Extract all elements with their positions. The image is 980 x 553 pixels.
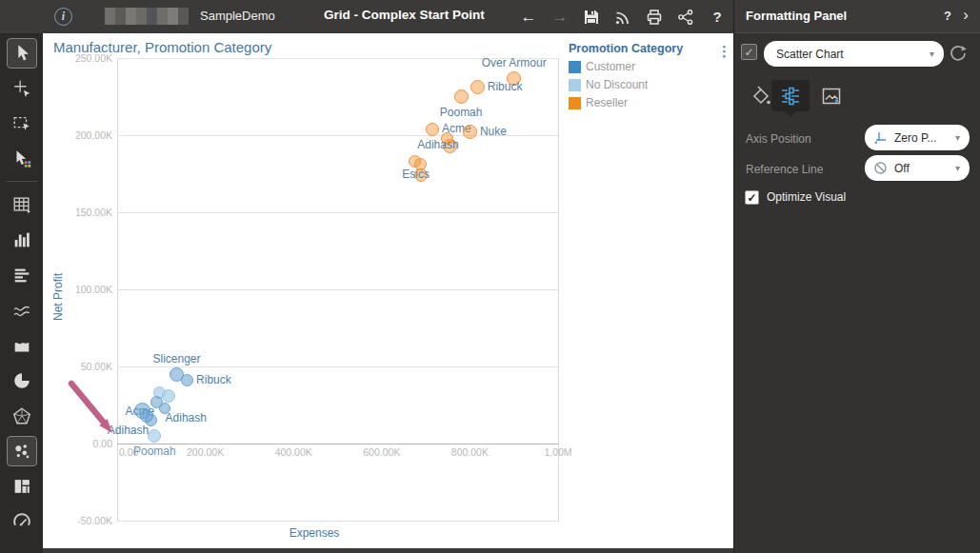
share-icon[interactable] xyxy=(676,8,695,26)
data-point-label: Ribuck xyxy=(488,80,523,93)
chart-type-checkbox[interactable]: ✓ xyxy=(741,44,757,60)
chevron-down-icon: ▾ xyxy=(955,163,960,173)
back-icon[interactable]: ← xyxy=(519,9,538,25)
redacted-block xyxy=(115,8,126,25)
item-toolbox-sidebar xyxy=(0,33,43,553)
x-tick-label: 1.00M xyxy=(544,446,571,458)
line-chart-item[interactable] xyxy=(0,292,43,327)
reset-icon[interactable] xyxy=(950,45,967,62)
treemap-item[interactable] xyxy=(0,468,43,504)
chevron-down-icon: ▾ xyxy=(930,49,934,59)
legend-label: No Discount xyxy=(586,78,648,91)
data-point-reseller[interactable] xyxy=(463,125,477,139)
grid-item-icon xyxy=(7,189,37,220)
formatting-panel-title: Formatting Panel xyxy=(746,9,847,23)
axis-position-label: Axis Position xyxy=(746,132,811,146)
legend-item: Reseller xyxy=(569,96,735,109)
y-tick-label: 150.00K xyxy=(43,207,112,218)
workspace-name: SampleDemo xyxy=(200,9,275,23)
hbar-chart-item-icon xyxy=(7,260,37,290)
app-window: i SampleDemo Grid - Complex Start Point … xyxy=(0,0,980,553)
legend-item: Customer xyxy=(569,60,735,73)
dashboard-title: Grid - Complex Start Point xyxy=(324,8,485,22)
marquee-select-tool[interactable] xyxy=(0,106,43,141)
data-point-reseller[interactable] xyxy=(470,80,485,94)
axis-position-dropdown[interactable]: Zero P... ▾ xyxy=(865,125,970,150)
forward-icon[interactable]: → xyxy=(550,9,570,25)
pointer-tool[interactable] xyxy=(0,35,43,70)
scatter-plot: 250.00K200.00K150.00K100.00K50.00K0.00-5… xyxy=(43,33,733,548)
reference-line-dropdown[interactable]: Off ▾ xyxy=(865,155,970,181)
data-point-label: Poomah xyxy=(133,444,176,458)
radar-chart-item[interactable] xyxy=(0,398,43,433)
pie-chart-item-icon xyxy=(7,365,37,396)
redacted-block xyxy=(157,8,168,25)
legend-label: Customer xyxy=(586,60,635,73)
multi-select-tool[interactable] xyxy=(0,141,43,176)
optimize-visual-checkbox[interactable]: ✓ xyxy=(745,190,759,205)
data-point-label: Slicenger xyxy=(152,352,200,365)
legend-swatch xyxy=(569,79,581,91)
data-point-reseller[interactable] xyxy=(426,123,439,136)
gridline xyxy=(117,289,558,290)
annotation-arrow xyxy=(62,376,129,444)
gauge-item-icon xyxy=(7,506,37,537)
data-point-label: Adihash xyxy=(417,138,458,151)
scatter-chart-item[interactable] xyxy=(0,433,43,468)
legend-item: No Discount xyxy=(569,78,735,91)
gridline xyxy=(117,521,558,522)
redacted-block xyxy=(105,8,115,25)
data-point-label: Over Armour xyxy=(482,56,547,69)
hbar-chart-item[interactable] xyxy=(0,257,43,292)
data-point-no-discount[interactable] xyxy=(162,389,175,403)
redacted-text-block xyxy=(105,8,189,25)
y-tick-label: 200.00K xyxy=(43,129,112,141)
gauge-item[interactable] xyxy=(0,504,43,539)
treemap-item-icon xyxy=(7,471,37,502)
panel-collapse-icon[interactable]: › xyxy=(963,6,969,25)
x-tick-label: 600.00K xyxy=(363,446,400,458)
add-item-tool[interactable] xyxy=(0,70,43,106)
legend-swatch xyxy=(569,61,581,73)
scatter-chart-item-icon xyxy=(7,436,37,466)
chart-type-dropdown[interactable]: Scatter Chart ▾ xyxy=(764,41,944,67)
print-icon[interactable] xyxy=(645,8,664,26)
formatting-tabs xyxy=(734,80,980,118)
data-point-customer[interactable] xyxy=(181,374,193,386)
legend-menu-icon[interactable]: ⋮ xyxy=(717,43,731,60)
topbar-actions: ← → ? × xyxy=(519,0,758,33)
area-chart-item-icon xyxy=(7,330,37,361)
data-point-no-discount[interactable] xyxy=(148,429,161,443)
optimize-visual-label: Optimize Visual xyxy=(767,190,846,204)
x-axis-title: Expenses xyxy=(290,526,340,540)
save-icon[interactable] xyxy=(582,8,601,26)
gridline xyxy=(117,366,558,367)
y-tick-label: 250.00K xyxy=(43,52,112,64)
bar-chart-item[interactable] xyxy=(0,222,43,257)
pointer-tool-icon xyxy=(7,38,37,69)
multi-select-tool-icon xyxy=(7,144,37,174)
axis-position-value: Zero P... xyxy=(894,131,936,145)
area-chart-item[interactable] xyxy=(0,327,43,363)
export-tab-image-icon[interactable] xyxy=(812,80,850,111)
help-icon[interactable]: ? xyxy=(708,10,727,24)
data-point-reseller[interactable] xyxy=(454,89,469,104)
panel-help-icon[interactable]: ? xyxy=(944,9,951,23)
reference-line-label: Reference Line xyxy=(746,163,823,176)
data-point-label: Poomah xyxy=(440,106,483,119)
data-point-label: Ribuck xyxy=(196,373,231,386)
formatting-panel-header: Formatting Panel ? › xyxy=(734,0,980,33)
x-tick-label: 800.00K xyxy=(451,446,489,458)
topbar: i SampleDemo Grid - Complex Start Point … xyxy=(0,0,733,33)
dashboard-item-area: Manufacturer, Promotion Category 250.00K… xyxy=(43,33,733,548)
add-item-tool-icon xyxy=(7,73,37,104)
line-chart-item-icon xyxy=(7,295,37,326)
pie-chart-item[interactable] xyxy=(0,363,43,398)
y-tick-label: 50.00K xyxy=(43,361,112,372)
legend-items: CustomerNo DiscountReseller xyxy=(569,60,735,109)
data-source-icon[interactable] xyxy=(613,8,632,26)
grid-item[interactable] xyxy=(0,187,43,222)
data-point-label: Nuke xyxy=(480,125,507,138)
options-tab-sliders-icon[interactable] xyxy=(771,80,810,111)
info-icon[interactable]: i xyxy=(54,8,72,26)
